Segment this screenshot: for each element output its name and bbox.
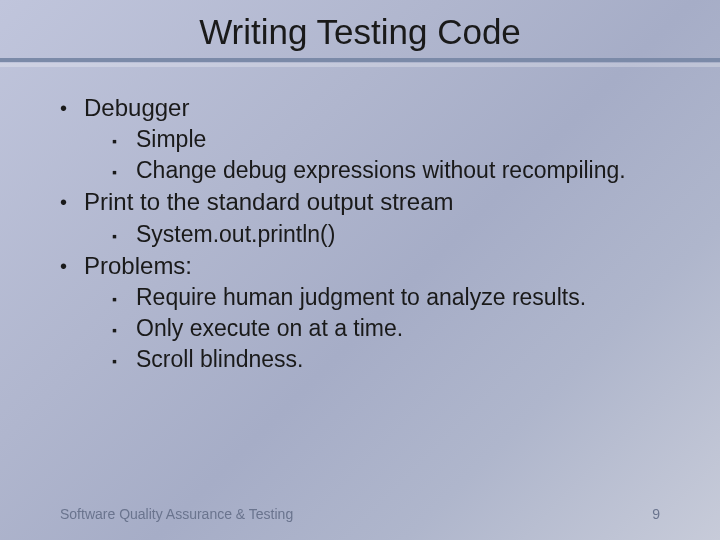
square-bullet-icon: ▪ bbox=[112, 124, 136, 151]
square-bullet-icon: ▪ bbox=[112, 344, 136, 371]
page-number: 9 bbox=[652, 506, 660, 522]
bullet-text: Only execute on at a time. bbox=[136, 313, 403, 344]
disc-bullet-icon: • bbox=[60, 250, 84, 280]
bullet-level2: ▪ Change debug expressions without recom… bbox=[112, 155, 660, 186]
slide-content: • Debugger ▪ Simple ▪ Change debug expre… bbox=[0, 62, 720, 375]
disc-bullet-icon: • bbox=[60, 92, 84, 122]
bullet-text: Problems: bbox=[84, 250, 192, 282]
bullet-text: Debugger bbox=[84, 92, 189, 124]
slide-footer: Software Quality Assurance & Testing 9 bbox=[60, 506, 660, 522]
square-bullet-icon: ▪ bbox=[112, 313, 136, 340]
bullet-level1: • Print to the standard output stream bbox=[60, 186, 660, 218]
bullet-text: System.out.println() bbox=[136, 219, 335, 250]
bullet-text: Change debug expressions without recompi… bbox=[136, 155, 626, 186]
slide-title: Writing Testing Code bbox=[0, 0, 720, 58]
bullet-level2: ▪ Simple bbox=[112, 124, 660, 155]
bullet-level2: ▪ Scroll blindness. bbox=[112, 344, 660, 375]
bullet-level2: ▪ Only execute on at a time. bbox=[112, 313, 660, 344]
square-bullet-icon: ▪ bbox=[112, 282, 136, 309]
square-bullet-icon: ▪ bbox=[112, 219, 136, 246]
slide: Writing Testing Code • Debugger ▪ Simple… bbox=[0, 0, 720, 540]
footer-text: Software Quality Assurance & Testing bbox=[60, 506, 293, 522]
bullet-text: Scroll blindness. bbox=[136, 344, 303, 375]
bullet-level2: ▪ System.out.println() bbox=[112, 219, 660, 250]
bullet-level1: • Debugger bbox=[60, 92, 660, 124]
disc-bullet-icon: • bbox=[60, 186, 84, 216]
bullet-text: Require human judgment to analyze result… bbox=[136, 282, 586, 313]
bullet-text: Simple bbox=[136, 124, 206, 155]
square-bullet-icon: ▪ bbox=[112, 155, 136, 182]
bullet-text: Print to the standard output stream bbox=[84, 186, 454, 218]
bullet-level2: ▪ Require human judgment to analyze resu… bbox=[112, 282, 660, 313]
bullet-level1: • Problems: bbox=[60, 250, 660, 282]
